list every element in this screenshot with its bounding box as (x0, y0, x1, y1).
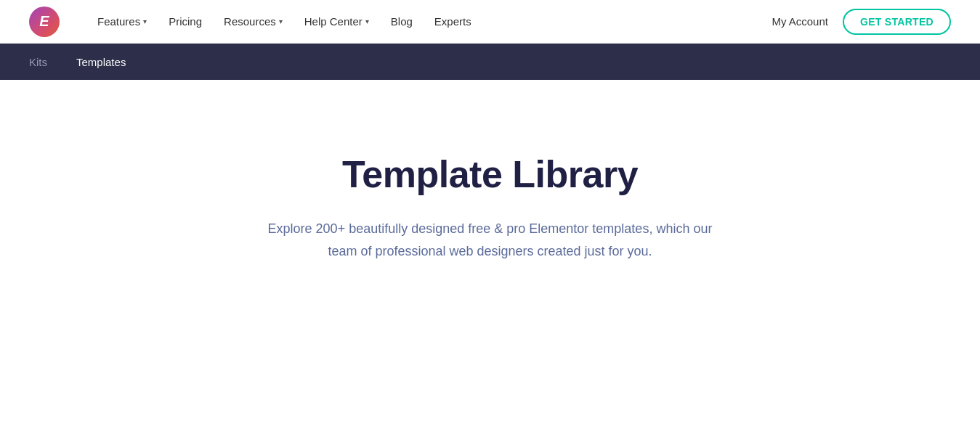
nav-right: My Account GET STARTED (772, 9, 951, 35)
get-started-button[interactable]: GET STARTED (843, 9, 951, 35)
hero-title: Template Library (342, 152, 638, 196)
nav-item-pricing[interactable]: Pricing (160, 9, 211, 33)
top-nav: E Features ▾ Pricing Resources ▾ Help Ce… (0, 0, 980, 44)
chevron-down-icon: ▾ (365, 17, 369, 25)
nav-item-resources[interactable]: Resources ▾ (215, 9, 291, 33)
sub-nav-item-templates[interactable]: Templates (76, 53, 126, 71)
nav-items: Features ▾ Pricing Resources ▾ Help Cent… (89, 9, 772, 33)
logo-wrapper[interactable]: E (29, 7, 60, 37)
nav-item-blog[interactable]: Blog (382, 9, 421, 33)
elementor-logo[interactable]: E (29, 7, 60, 37)
sub-nav-item-kits[interactable]: Kits (29, 53, 47, 71)
chevron-down-icon: ▾ (143, 17, 147, 25)
hero-subtitle: Explore 200+ beautifully designed free &… (265, 218, 716, 262)
sub-nav: Kits Templates (0, 44, 980, 80)
main-content: Template Library Explore 200+ beautifull… (0, 80, 980, 349)
my-account-link[interactable]: My Account (772, 15, 828, 28)
chevron-down-icon: ▾ (279, 17, 283, 25)
nav-item-experts[interactable]: Experts (426, 9, 480, 33)
nav-item-help-center[interactable]: Help Center ▾ (296, 9, 378, 33)
nav-item-features[interactable]: Features ▾ (89, 9, 155, 33)
